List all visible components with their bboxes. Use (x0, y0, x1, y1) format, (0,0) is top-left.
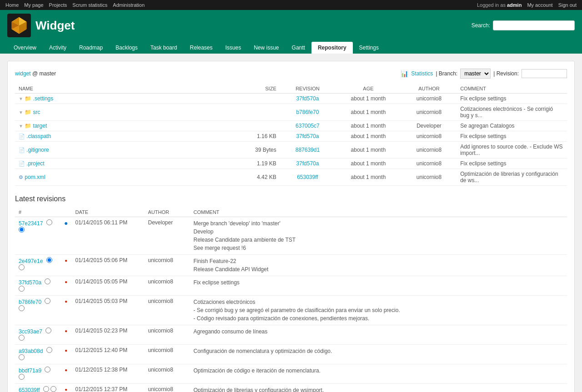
tab-gantt[interactable]: Gantt (286, 42, 311, 54)
file-revision-cell: 887639d1 (280, 142, 335, 159)
repo-header: widget @ master 📊 Statistics | Branch: m… (15, 69, 567, 79)
timeline-cell: ● (60, 364, 71, 384)
revision-date-cell: 01/14/2015 05:03 PM (71, 296, 144, 325)
nav-administration[interactable]: Administration (113, 2, 145, 8)
revision-hash-link[interactable]: bbdf71a9 (19, 367, 41, 374)
main-content: widget @ master 📊 Statistics | Branch: m… (7, 61, 575, 392)
expand-icon[interactable]: ▼ (19, 96, 23, 101)
file-name-link[interactable]: pom.xml (25, 174, 45, 180)
revision-hash-link[interactable]: 2e497e1e (19, 258, 43, 264)
expand-icon[interactable]: ▼ (19, 124, 23, 129)
radio-right[interactable] (19, 354, 25, 360)
revision-link[interactable]: 653039ff (297, 174, 318, 180)
revision-hash-link[interactable]: b786fe70 (19, 299, 41, 305)
radio-left[interactable] (46, 347, 52, 353)
revision-link[interactable]: 637005c7 (296, 123, 320, 129)
tab-overview[interactable]: Overview (7, 42, 43, 54)
tab-releases[interactable]: Releases (183, 42, 219, 54)
radio-left[interactable] (46, 219, 52, 225)
revision-hash-cell: 3cc93ae7 (15, 325, 60, 345)
search-input[interactable] (493, 20, 575, 30)
timeline-cell: ● (60, 217, 71, 255)
radio-right[interactable] (50, 386, 56, 392)
header: Widget Search: Overview Activity Roadmap… (0, 10, 582, 54)
nav-scrum[interactable]: Scrum statistics (72, 2, 107, 8)
file-name-link[interactable]: src (33, 109, 40, 115)
file-author-cell: Developer (401, 121, 457, 131)
tab-newissue[interactable]: New issue (247, 42, 285, 54)
file-name-link[interactable]: .project (26, 160, 44, 167)
revision-link[interactable]: 887639d1 (296, 147, 320, 153)
nav-projects[interactable]: Projects (49, 2, 67, 8)
revision-comment-cell: Merge branch 'develop' into 'master'Deve… (190, 217, 567, 255)
nav-mypage[interactable]: My page (24, 2, 43, 8)
revision-link[interactable]: 37fd570a (296, 95, 319, 102)
radio-left[interactable] (46, 257, 52, 263)
search-area: Search: (472, 20, 575, 30)
folder-icon: 📁 (25, 123, 31, 129)
expand-icon[interactable]: ▼ (19, 110, 23, 115)
tab-issues[interactable]: Issues (219, 42, 248, 54)
folder-icon: 📁 (25, 95, 31, 102)
revision-row: 3cc93ae7 ● 01/14/2015 02:23 PM unicornio… (15, 325, 567, 345)
file-age-cell: about 1 month (335, 169, 401, 186)
revision-date-cell: 01/14/2015 05:05 PM (71, 276, 144, 296)
file-table-row: ▼ 📁 src b786fe70 about 1 month unicornio… (15, 104, 567, 121)
branch-select[interactable]: master (460, 69, 491, 79)
revision-date-cell: 01/12/2015 12:40 PM (71, 345, 144, 364)
tab-backlogs[interactable]: Backlogs (109, 42, 144, 54)
logged-in-label: Logged in as admin (477, 2, 522, 8)
search-label: Search: (472, 22, 490, 29)
sign-out-link[interactable]: Sign out (558, 2, 577, 8)
revision-hash-link[interactable]: a93ab08d (19, 348, 43, 354)
tab-taskboard[interactable]: Task board (144, 42, 184, 54)
radio-right[interactable] (19, 286, 25, 292)
tab-activity[interactable]: Activity (43, 42, 73, 54)
my-account-link[interactable]: My account (527, 2, 552, 8)
file-name-cell: 📄 .classpath (15, 131, 236, 142)
radio-left[interactable] (43, 386, 49, 392)
repo-branch-label: @ master (32, 70, 56, 77)
radio-right[interactable] (19, 227, 25, 233)
revision-hash-cell: bbdf71a9 (15, 364, 60, 384)
file-comment-cell: Fix eclipse settings (457, 131, 567, 142)
file-name-link[interactable]: target (33, 123, 47, 129)
timeline-cell: ● (60, 384, 71, 392)
radio-right[interactable] (19, 335, 25, 341)
radio-left[interactable] (45, 278, 50, 284)
file-table: NAME SIZE REVISION AGE AUTHOR COMMENT ▼ … (15, 84, 567, 186)
radio-right[interactable] (19, 305, 25, 311)
revision-link[interactable]: 37fd570a (296, 160, 319, 167)
radio-pair (43, 387, 56, 392)
revision-hash-link[interactable]: 3cc93ae7 (19, 328, 42, 335)
revision-hash-link[interactable]: 57e23417 (19, 220, 43, 227)
file-name-link[interactable]: .settings (33, 95, 54, 102)
file-name-link[interactable]: .classpath (26, 133, 51, 139)
revision-link[interactable]: 37fd570a (296, 133, 319, 139)
radio-right[interactable] (19, 264, 25, 270)
revision-hash-link[interactable]: 37fd570a (19, 279, 41, 286)
tab-roadmap[interactable]: Roadmap (73, 42, 109, 54)
revision-date-cell: 01/14/2015 06:11 PM (71, 217, 144, 255)
section-title: Latest revisions (15, 195, 567, 203)
revision-hash-cell: 2e497e1e (15, 255, 60, 276)
file-icon: 📄 (19, 134, 25, 139)
file-name-link[interactable]: .gitignore (26, 147, 49, 153)
file-author-cell: unicornio8 (401, 104, 457, 121)
radio-left[interactable] (45, 367, 50, 372)
revision-hash-link[interactable]: 653039ff (19, 387, 40, 392)
statistics-link[interactable]: Statistics (411, 70, 433, 77)
radio-left[interactable] (45, 327, 51, 333)
revision-input[interactable] (522, 69, 567, 78)
file-age-cell: about 1 month (335, 142, 401, 159)
revision-link[interactable]: b786fe70 (296, 109, 319, 115)
radio-right[interactable] (19, 374, 25, 380)
repo-project-link[interactable]: widget (15, 70, 31, 77)
xml-icon: ⚙ (19, 174, 23, 180)
stats-icon: 📊 (401, 70, 408, 77)
nav-home[interactable]: Home (5, 2, 19, 8)
tab-repository[interactable]: Repository (311, 42, 353, 54)
radio-left[interactable] (45, 298, 50, 304)
tab-settings[interactable]: Settings (353, 42, 385, 54)
revision-row: 2e497e1e ● 01/14/2015 05:06 PM unicornio… (15, 255, 567, 276)
